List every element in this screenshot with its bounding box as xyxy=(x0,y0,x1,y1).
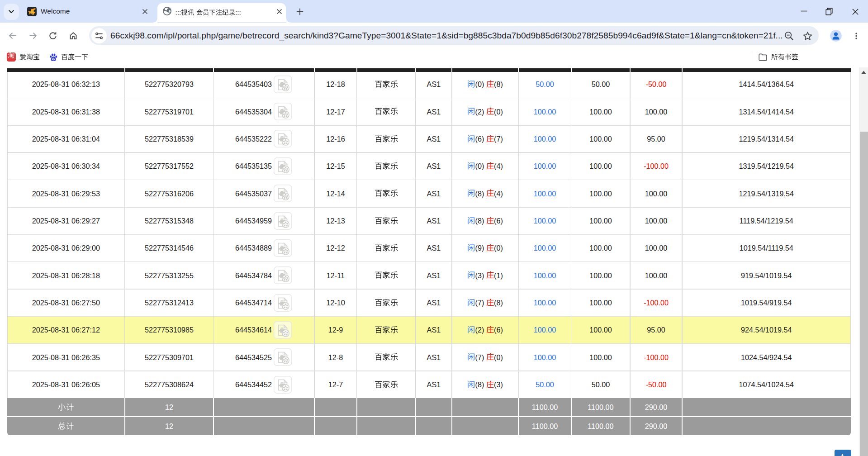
svg-text:du: du xyxy=(52,57,55,60)
